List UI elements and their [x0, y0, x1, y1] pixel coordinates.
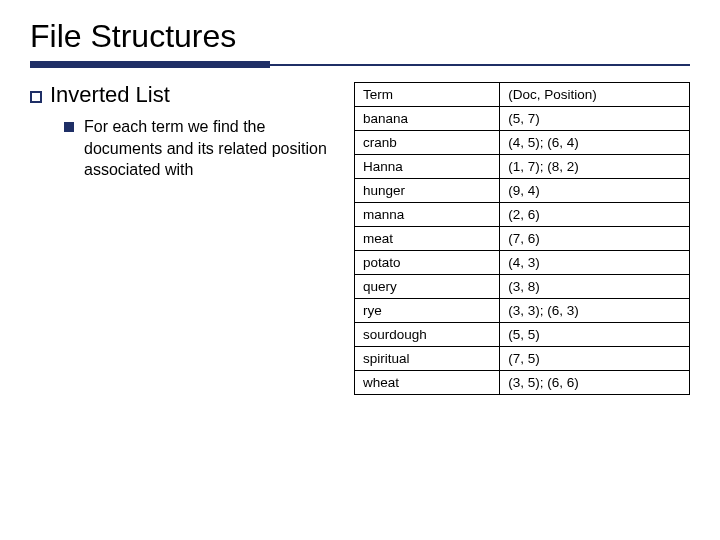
filled-square-bullet-icon	[64, 122, 74, 132]
cell-term: meat	[355, 227, 500, 251]
table-row: cranb(4, 5); (6, 4)	[355, 131, 690, 155]
table-row: meat(7, 6)	[355, 227, 690, 251]
sub-item: For each term we find the documents and …	[64, 116, 340, 181]
header-position: (Doc, Position)	[500, 83, 690, 107]
cell-position: (1, 7); (8, 2)	[500, 155, 690, 179]
table-row: manna(2, 6)	[355, 203, 690, 227]
cell-term: Hanna	[355, 155, 500, 179]
table-row: hunger(9, 4)	[355, 179, 690, 203]
cell-position: (5, 5)	[500, 323, 690, 347]
cell-position: (3, 3); (6, 3)	[500, 299, 690, 323]
table-row: Hanna(1, 7); (8, 2)	[355, 155, 690, 179]
cell-position: (3, 8)	[500, 275, 690, 299]
cell-term: rye	[355, 299, 500, 323]
table-row: query(3, 8)	[355, 275, 690, 299]
cell-term: cranb	[355, 131, 500, 155]
cell-term: spiritual	[355, 347, 500, 371]
cell-term: sourdough	[355, 323, 500, 347]
section-heading-text: Inverted List	[50, 82, 170, 108]
cell-position: (2, 6)	[500, 203, 690, 227]
cell-term: banana	[355, 107, 500, 131]
header-term: Term	[355, 83, 500, 107]
table-row: banana(5, 7)	[355, 107, 690, 131]
open-square-bullet-icon	[30, 91, 42, 103]
table-row: potato(4, 3)	[355, 251, 690, 275]
cell-position: (4, 3)	[500, 251, 690, 275]
section-heading: Inverted List	[30, 82, 340, 108]
cell-term: manna	[355, 203, 500, 227]
cell-position: (5, 7)	[500, 107, 690, 131]
cell-term: potato	[355, 251, 500, 275]
sub-item-text: For each term we find the documents and …	[84, 116, 340, 181]
page-title: File Structures	[30, 18, 690, 55]
table-header-row: Term (Doc, Position)	[355, 83, 690, 107]
table-row: spiritual(7, 5)	[355, 347, 690, 371]
cell-position: (9, 4)	[500, 179, 690, 203]
cell-term: wheat	[355, 371, 500, 395]
cell-position: (3, 5); (6, 6)	[500, 371, 690, 395]
cell-term: query	[355, 275, 500, 299]
cell-position: (7, 6)	[500, 227, 690, 251]
cell-position: (7, 5)	[500, 347, 690, 371]
table-row: wheat(3, 5); (6, 6)	[355, 371, 690, 395]
cell-position: (4, 5); (6, 4)	[500, 131, 690, 155]
title-underline	[30, 61, 690, 68]
table-row: rye(3, 3); (6, 3)	[355, 299, 690, 323]
table-row: sourdough(5, 5)	[355, 323, 690, 347]
cell-term: hunger	[355, 179, 500, 203]
inverted-list-table: Term (Doc, Position) banana(5, 7)cranb(4…	[354, 82, 690, 395]
